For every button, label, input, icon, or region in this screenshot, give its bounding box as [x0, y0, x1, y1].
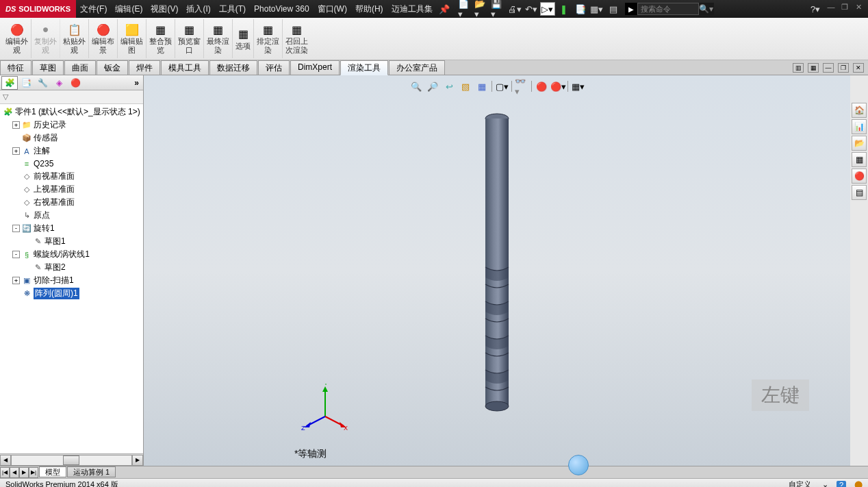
bottom-tab-运动算例 1[interactable]: 运动算例 1 [67, 466, 116, 477]
tree-item-草图1[interactable]: ✎草图1 [0, 235, 143, 248]
zoom-area-icon[interactable]: 🔎 [426, 79, 439, 93]
display-style-icon[interactable]: ▢▾ [495, 79, 509, 93]
expand-toggle[interactable]: + [12, 121, 20, 129]
ribbon-编辑贴图[interactable]: 🟨编辑贴图 [118, 19, 146, 58]
child-restore-button[interactable]: ❐ [838, 63, 849, 73]
config-tab[interactable]: 🔧 [34, 76, 51, 90]
tab-办公室产品[interactable]: 办公室产品 [389, 60, 445, 75]
search-input[interactable]: 搜索命令 [637, 3, 699, 15]
minimize-button[interactable]: — [826, 2, 837, 12]
scroll-right-button[interactable]: ▶ [132, 455, 143, 466]
sketch-settings-icon[interactable]: 📑 [573, 2, 588, 16]
tab-评估[interactable]: 评估 [258, 60, 290, 75]
open-icon[interactable]: 📂▾ [474, 2, 489, 16]
tree-item-前视基准面[interactable]: ◇前视基准面 [0, 170, 143, 183]
expand-toggle[interactable]: + [12, 147, 20, 155]
ribbon-预览窗口[interactable]: ▦预览窗口 [175, 19, 204, 58]
tree-item-旋转1[interactable]: -🔄旋转1 [0, 222, 143, 235]
view-settings-icon[interactable]: ▦▾ [571, 79, 585, 93]
tree-item-草图2[interactable]: ✎草图2 [0, 261, 143, 274]
ribbon-整合预览[interactable]: ▦整合预览 [146, 19, 175, 58]
pushpin-icon[interactable]: 📌 [437, 2, 452, 16]
tree-item-螺旋线/涡状线1[interactable]: -§螺旋线/涡状线1 [0, 248, 143, 261]
save-icon[interactable]: 💾▾ [491, 2, 506, 16]
more-icon[interactable]: ▤ [606, 2, 621, 16]
tree-item-注解[interactable]: +A注解 [0, 145, 143, 158]
view-orient-icon[interactable]: ▦ [475, 79, 489, 93]
tree-item-右视基准面[interactable]: ◇右视基准面 [0, 196, 143, 209]
appearances-tab-icon[interactable]: 🔴 [852, 168, 867, 184]
tab-曲面[interactable]: 曲面 [64, 60, 96, 75]
custom-props-tab-icon[interactable]: ▤ [852, 185, 867, 200]
status-dropdown-icon[interactable]: ⌄ [819, 480, 831, 487]
expand-toggle[interactable]: - [12, 251, 20, 258]
undo-icon[interactable]: ↶▾ [524, 2, 539, 16]
menu-插入(I)[interactable]: 插入(I) [182, 0, 214, 18]
tab-DimXpert[interactable]: DimXpert [290, 60, 340, 75]
rebuild-icon[interactable]: ❚ [557, 2, 572, 16]
tree-item-Q235[interactable]: ≡Q235 [0, 158, 143, 170]
menu-迈迪工具集[interactable]: 迈迪工具集 [387, 0, 437, 18]
feature-tree-tab[interactable]: 🧩 [1, 76, 18, 90]
menu-工具(T)[interactable]: 工具(T) [215, 0, 250, 18]
panel-expand-button[interactable]: » [130, 78, 143, 88]
tab-last-button[interactable]: ▶| [29, 467, 38, 478]
file-explorer-tab-icon[interactable]: 📂 [852, 136, 867, 151]
property-tab[interactable]: 📑 [18, 76, 34, 90]
child-close-button[interactable]: ✕ [853, 63, 864, 73]
expand-toggle[interactable]: + [12, 277, 20, 284]
dimxpert-tab[interactable]: ◈ [51, 76, 67, 90]
tree-item-传感器[interactable]: 📦传感器 [0, 132, 143, 145]
ribbon-召回上次渲染[interactable]: ▦召回上次渲染 [283, 19, 311, 58]
scroll-thumb[interactable] [63, 455, 79, 465]
tab-数据迁移[interactable]: 数据迁移 [209, 60, 257, 75]
options-icon[interactable]: ▦▾ [589, 2, 604, 16]
tree-item-切除-扫描1[interactable]: +▣切除-扫描1 [0, 274, 143, 287]
command-search[interactable]: ▶ 搜索命令 🔍▾ [625, 3, 714, 15]
zoom-fit-icon[interactable]: 🔍 [409, 79, 423, 93]
close-button[interactable]: ✕ [853, 2, 864, 12]
ribbon-粘贴外观[interactable]: 📋粘贴外观 [60, 19, 89, 58]
tab-first-button[interactable]: |◀ [0, 467, 10, 478]
ribbon-选项[interactable]: ▦选项 [233, 19, 254, 58]
tab-prev-button[interactable]: ◀ [10, 467, 19, 478]
restore-button[interactable]: ❐ [839, 2, 850, 12]
graphics-viewport[interactable]: 🔍 🔎 ↩ ▧ ▦ ▢▾ 👓▾ 🔴 🔴▾ ▦▾ [144, 75, 850, 466]
menu-文件(F)[interactable]: 文件(F) [76, 0, 111, 18]
tree-root-item[interactable]: 🧩 零件1 (默认<<默认>_显示状态 1>) [0, 105, 143, 118]
ribbon-最终渲染[interactable]: ▦最终渲染 [204, 19, 233, 58]
feature-tree-filter[interactable]: ▽ [0, 90, 143, 104]
status-warning-icon[interactable]: ⬤ [852, 480, 865, 487]
new-icon[interactable]: 📄▾ [458, 2, 473, 16]
tab-模具工具[interactable]: 模具工具 [161, 60, 209, 75]
tab-next-button[interactable]: ▶ [19, 467, 29, 478]
print-icon[interactable]: 🖨▾ [507, 2, 522, 16]
bottom-tab-模型[interactable]: 模型 [39, 466, 66, 477]
prev-view-icon[interactable]: ↩ [442, 79, 456, 93]
status-custom[interactable]: 自定义 [786, 479, 814, 487]
view-layout2-icon[interactable]: ▦ [808, 63, 819, 73]
ribbon-编辑外观[interactable]: 🔴编辑外观 [3, 19, 31, 58]
render-tab[interactable]: 🔴 [67, 76, 84, 90]
search-icon[interactable]: 🔍▾ [699, 3, 714, 15]
scroll-track[interactable] [11, 455, 132, 466]
resources-tab-icon[interactable]: 🏠 [852, 103, 867, 118]
menu-窗口(W)[interactable]: 窗口(W) [314, 0, 351, 18]
ribbon-排定渲染[interactable]: ▦排定渲染 [254, 19, 283, 58]
design-library-tab-icon[interactable]: 📊 [852, 119, 867, 134]
tree-item-上视基准面[interactable]: ◇上视基准面 [0, 183, 143, 196]
status-help-icon[interactable]: ? [837, 481, 846, 488]
tab-草图[interactable]: 草图 [32, 60, 64, 75]
tab-渲染工具[interactable]: 渲染工具 [340, 60, 388, 75]
tab-焊件[interactable]: 焊件 [129, 60, 160, 75]
scene-icon[interactable]: 🔴▾ [551, 79, 565, 93]
expand-toggle[interactable]: - [12, 225, 20, 232]
scroll-left-button[interactable]: ◀ [0, 455, 11, 466]
view-palette-tab-icon[interactable]: ▦ [852, 152, 867, 167]
tab-特征[interactable]: 特征 [0, 60, 31, 75]
tree-item-原点[interactable]: ↳原点 [0, 209, 143, 222]
ribbon-编辑布景[interactable]: 🔴编辑布景 [89, 19, 118, 58]
appearance-icon[interactable]: 🔴 [535, 79, 548, 93]
hide-show-icon[interactable]: 👓▾ [515, 79, 528, 93]
tab-钣金[interactable]: 钣金 [97, 60, 128, 75]
